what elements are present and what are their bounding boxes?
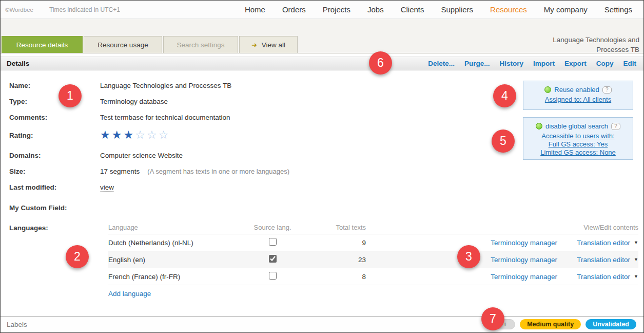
assigned-to-link[interactable]: Assigned to: All clients: [526, 96, 630, 104]
reuse-status-text: Reuse enabled: [554, 86, 599, 94]
resource-tabs: Resource details Resource usage Search s…: [2, 36, 298, 53]
column-header-total-texts: Total texts: [308, 224, 370, 231]
callout-badge-6: 6: [369, 51, 392, 75]
help-icon[interactable]: ?: [611, 123, 620, 130]
edit-button[interactable]: Edit: [623, 60, 637, 67]
callout-badge-2: 2: [66, 245, 89, 268]
nav-item-clients[interactable]: Clients: [401, 5, 424, 14]
type-label: Type:: [1, 98, 100, 105]
labels-heading: Labels: [1, 321, 27, 328]
nav-item-settings[interactable]: Settings: [604, 5, 632, 14]
terminology-manager-link[interactable]: Terminology manager: [477, 256, 561, 264]
table-row-french: French (France) (fr-FR) 8 Terminology ma…: [108, 268, 638, 285]
callout-badge-1: 1: [58, 84, 82, 107]
field-row-last-modified: Last modified: view: [1, 183, 643, 192]
callout-badge-5: 5: [492, 130, 515, 153]
size-note: (A segment has texts in one or more lang…: [147, 168, 289, 175]
languages-table-header: Language Source lang. Total texts View/E…: [108, 221, 638, 234]
details-form: Name: Language Technologies and Processe…: [1, 70, 643, 316]
terminology-manager-link[interactable]: Terminology manager: [477, 239, 561, 247]
delete-button[interactable]: Delete...: [428, 60, 455, 67]
tab-band: Resource details Resource usage Search s…: [1, 19, 643, 53]
labels-controls: + Medium quality Unvalidated: [495, 319, 643, 329]
chevron-down-icon[interactable]: ▼: [634, 274, 638, 279]
total-texts-value: 8: [308, 273, 370, 281]
top-navigation-bar: ©Wordbee Times indicated in UTC+1 Home O…: [1, 1, 643, 19]
tab-resource-usage[interactable]: Resource usage: [84, 36, 162, 53]
translation-editor-link[interactable]: Translation editor: [577, 273, 630, 281]
tab-search-settings: Search settings: [163, 36, 238, 53]
labels-bar: Labels + Medium quality Unvalidated: [1, 316, 643, 332]
translation-editor-link[interactable]: Translation editor: [577, 239, 630, 247]
comments-label: Comments:: [1, 114, 100, 121]
table-row-dutch: Dutch (Netherlands) (nl-NL) 9 Terminolog…: [108, 234, 638, 251]
export-button[interactable]: Export: [564, 60, 587, 67]
chevron-down-icon[interactable]: ▼: [634, 240, 638, 245]
nav-item-suppliers[interactable]: Suppliers: [441, 5, 474, 14]
full-gs-access-link[interactable]: Full GS access: Yes: [526, 140, 630, 149]
language-name: English (en): [108, 256, 237, 264]
tab-view-all-label: View all: [262, 41, 285, 49]
timezone-note: Times indicated in UTC+1: [49, 6, 120, 13]
nav-item-my-company[interactable]: My company: [544, 5, 588, 14]
import-button[interactable]: Import: [533, 60, 555, 67]
limited-gs-access-link[interactable]: Limited GS access: None: [526, 149, 630, 157]
nav-item-orders[interactable]: Orders: [282, 5, 306, 14]
nav-item-jobs[interactable]: Jobs: [367, 5, 384, 14]
last-modified-label: Last modified:: [1, 183, 100, 192]
global-search-panel: disable global search ? Accessible to us…: [523, 117, 633, 160]
terminology-manager-link[interactable]: Terminology manager: [477, 273, 561, 281]
callout-badge-4: 4: [493, 84, 516, 107]
translation-editor-link[interactable]: Translation editor: [577, 256, 630, 264]
languages-table: Language Source lang. Total texts View/E…: [108, 221, 638, 285]
name-value: Language Technologies and Processes TB: [100, 82, 231, 89]
label-unvalidated[interactable]: Unvalidated: [586, 319, 636, 329]
reuse-panel: Reuse enabled ? Assigned to: All clients: [523, 81, 633, 110]
purge-button[interactable]: Purge...: [464, 60, 490, 67]
field-row-size: Size: 17 segments (A segment has texts i…: [1, 168, 643, 175]
column-header-language: Language: [108, 224, 237, 231]
column-header-source-lang: Source lang.: [237, 224, 308, 231]
view-last-modified-link[interactable]: view: [100, 183, 114, 192]
rating-stars[interactable]: ★★★☆☆☆: [100, 130, 168, 141]
history-button[interactable]: History: [499, 60, 523, 67]
callout-badge-3: 3: [457, 245, 480, 268]
size-value: 17 segments: [100, 168, 140, 175]
type-value: Terminology database: [100, 98, 168, 105]
custom-field-label: My Custom Field:: [1, 204, 100, 212]
resource-title: Language Technologies and Processes TB: [534, 35, 639, 54]
domains-value: Computer science Website: [100, 152, 183, 159]
label-medium-quality[interactable]: Medium quality: [520, 319, 581, 329]
comments-value: Test termbase for technical documentatio…: [100, 114, 230, 121]
global-search-status-text: disable global search: [545, 122, 608, 130]
main-menu: Home Orders Projects Jobs Clients Suppli…: [245, 5, 643, 14]
rating-label: Rating:: [1, 132, 100, 139]
help-icon[interactable]: ?: [602, 86, 612, 94]
language-name: Dutch (Netherlands) (nl-NL): [108, 239, 237, 247]
language-name: French (France) (fr-FR): [108, 273, 237, 281]
tab-view-all[interactable]: ➜View all: [239, 36, 298, 53]
chevron-down-icon[interactable]: ▼: [634, 257, 638, 262]
field-row-custom: My Custom Field:: [1, 204, 643, 212]
table-row-english: English (en) 23 Terminology manager Tran…: [108, 251, 638, 268]
status-green-dot-icon: [544, 86, 551, 93]
accessible-users-link[interactable]: Accessible to users with:: [526, 132, 630, 140]
wordbee-logo: ©Wordbee: [5, 7, 33, 13]
domains-label: Domains:: [1, 152, 100, 159]
source-lang-checkbox[interactable]: [269, 238, 277, 246]
nav-item-home[interactable]: Home: [245, 5, 265, 14]
tab-resource-details[interactable]: Resource details: [2, 36, 83, 53]
add-language-link[interactable]: Add language: [108, 290, 151, 298]
column-header-view-edit: View/Edit contents: [370, 224, 638, 231]
arrow-right-icon: ➜: [251, 41, 257, 49]
details-heading: Details: [1, 60, 29, 67]
nav-item-projects[interactable]: Projects: [323, 5, 350, 14]
source-lang-checkbox[interactable]: [269, 255, 277, 263]
details-toolbar: Details Delete... Purge... History Impor…: [1, 57, 643, 70]
app-window: ©Wordbee Times indicated in UTC+1 Home O…: [0, 0, 644, 333]
source-lang-checkbox[interactable]: [269, 272, 277, 280]
languages-label: Languages:: [1, 224, 100, 232]
toolbar-actions: Delete... Purge... History Import Export…: [428, 60, 643, 67]
nav-item-resources[interactable]: Resources: [490, 5, 527, 14]
copy-button[interactable]: Copy: [596, 60, 614, 67]
